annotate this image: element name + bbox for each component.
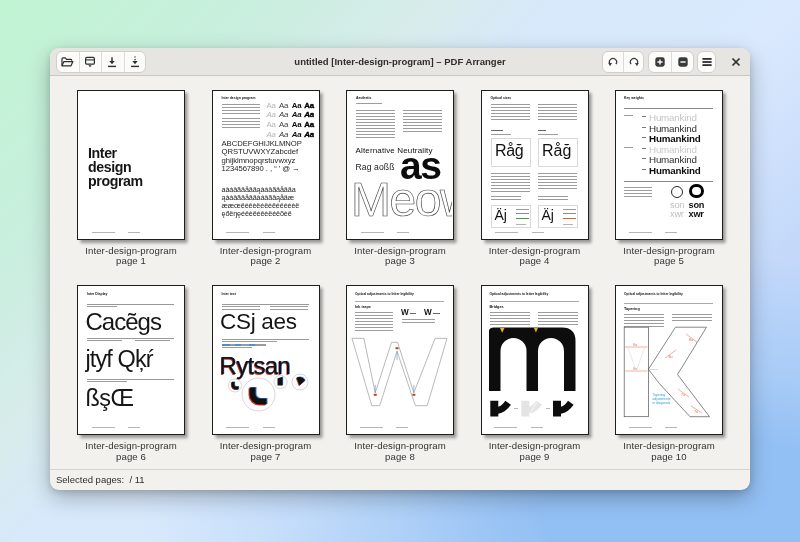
svg-text:8u: 8u	[669, 354, 673, 358]
svg-text:Meow: Meow	[351, 175, 452, 225]
svg-text:7u: 7u	[694, 409, 698, 413]
svg-text:in diagonals: in diagonals	[653, 401, 671, 405]
svg-text:7u: 7u	[681, 393, 685, 397]
svg-text:8u: 8u	[689, 337, 693, 341]
svg-text:9u: 9u	[633, 342, 637, 346]
